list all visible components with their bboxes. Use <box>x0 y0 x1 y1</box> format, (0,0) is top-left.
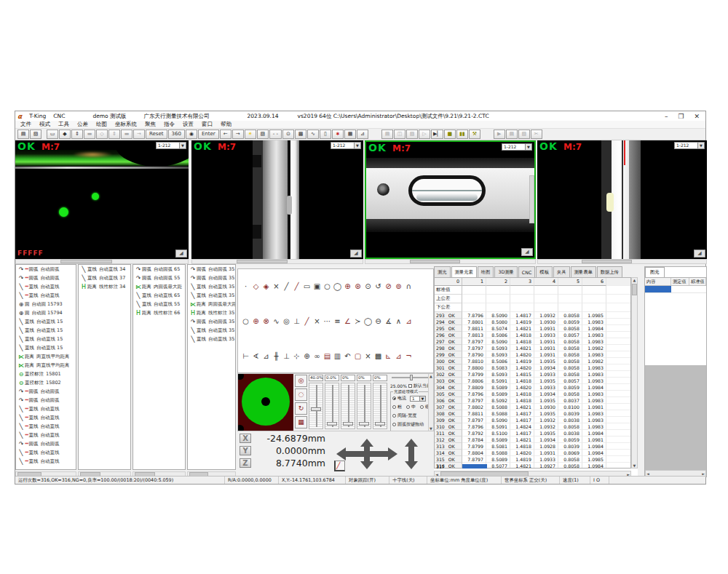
light-slider-2[interactable]: 0.0% <box>325 375 339 430</box>
medium-radio[interactable] <box>406 405 410 409</box>
feature-item[interactable]: ╲直线自动直线 35 <box>188 291 235 300</box>
tool-icon[interactable]: ╱ <box>282 283 291 290</box>
tool-icon[interactable]: ╱ <box>302 318 312 325</box>
light-slider-5[interactable]: 0% <box>373 375 387 430</box>
feature-item[interactable]: ╲***直线自动直线 <box>16 431 76 439</box>
tool-icon[interactable]: ⊿ <box>261 353 271 360</box>
tool-icon[interactable]: ∡ <box>384 318 393 325</box>
feature-item[interactable]: ╲直线自动直线 35 <box>188 282 235 291</box>
tool-icon[interactable]: ⊗ <box>261 318 271 325</box>
table-row[interactable]: 312OK7.87848.50891.48211.09340.80591.098… <box>435 437 630 443</box>
feature-item[interactable]: ↷圆弧自动圆弧 65 <box>133 265 185 274</box>
table-row[interactable]: 304OK7.88098.50891.48201.09330.80591.098… <box>435 384 630 391</box>
zoom-select[interactable]: 1-212 ▼ <box>156 142 186 149</box>
tool-icon[interactable]: ∞ <box>312 353 322 360</box>
pause-button[interactable]: ▮▮ <box>456 129 468 139</box>
camera-view-3-active[interactable]: OK M:7 1-212 ▼ ◢ <box>365 140 536 259</box>
table-row[interactable]: 295OK7.88118.50741.48211.09310.80581.098… <box>435 325 630 332</box>
zoom-select[interactable]: 1-212 ▼ <box>674 142 705 149</box>
tool-icon[interactable]: ⊾ <box>384 353 393 360</box>
tool-icon[interactable]: ▭ <box>302 283 312 290</box>
tool-icon[interactable]: ⊿ <box>404 318 414 325</box>
tab-测量元素[interactable]: 测量元素 <box>451 266 477 277</box>
feature-item[interactable]: ╲直线自动直线 34 <box>79 265 130 274</box>
feature-item[interactable]: ╲直线自动直线 15 <box>16 317 76 326</box>
feature-item[interactable]: ╲直线自动直线 15 <box>16 335 76 343</box>
feature-item[interactable]: ⊕圆自动圆 15794 <box>16 308 76 317</box>
partial-row-317[interactable]: 317 <box>434 464 631 469</box>
slider-track[interactable] <box>309 383 323 429</box>
menu-item-文件[interactable]: 文件 <box>20 121 31 128</box>
tool-icon[interactable]: ∢ <box>251 353 261 360</box>
probe-button[interactable]: ◆ <box>59 129 71 139</box>
special-row[interactable]: 标准值 <box>435 286 630 295</box>
chevron-down-icon[interactable]: ▼ <box>526 143 532 151</box>
tool-icon[interactable]: ¬ <box>404 353 414 360</box>
feature-item[interactable]: ╲***直线自动直线 <box>16 291 76 300</box>
pattern-blank-button[interactable]: ▯ <box>320 129 331 139</box>
default-mode-checkbox[interactable] <box>408 384 412 388</box>
tab-绘图[interactable]: 绘图 <box>478 266 494 277</box>
stop-button[interactable]: ■ <box>444 129 456 139</box>
light-slider-4[interactable]: 0% <box>357 375 371 430</box>
tab-模板[interactable]: 模板 <box>536 266 553 277</box>
tab-夹具[interactable]: 夹具 <box>553 266 570 277</box>
tool-icon[interactable]: ↺ <box>373 283 383 290</box>
feature-item[interactable]: ╲直线自动直线 37 <box>79 274 130 282</box>
tool-icon[interactable]: ◎ <box>282 318 291 325</box>
table-row[interactable]: 301OK7.88008.50831.48201.09340.80581.098… <box>435 364 630 371</box>
tool-icon[interactable]: ▢ <box>353 353 363 360</box>
channel-select[interactable]: 1 ▼ <box>410 396 426 402</box>
tool-icon[interactable]: ⊹ <box>292 353 301 360</box>
feature-item[interactable]: ⊕圆自动圆 15793 <box>16 300 76 308</box>
tool-icon[interactable]: ≻ <box>353 318 363 325</box>
menu-item-聚焦[interactable]: 聚焦 <box>145 121 156 128</box>
tool-run-button[interactable]: ⚒ <box>469 129 480 139</box>
menu-item-帮助[interactable]: 帮助 <box>221 121 232 128</box>
tool-icon[interactable]: ⋯ <box>323 318 332 325</box>
menu-item-公差[interactable]: 公差 <box>77 121 88 128</box>
tool-icon[interactable]: ∿ <box>272 318 281 325</box>
menu-item-窗口[interactable]: 窗口 <box>202 121 213 128</box>
slider-track[interactable] <box>357 383 371 429</box>
special-row[interactable]: 下公差 <box>435 303 630 312</box>
move-stage-button[interactable]: → <box>133 129 145 139</box>
reset-button[interactable]: Reset <box>146 129 167 139</box>
slider-track[interactable] <box>373 383 387 429</box>
tool-icon[interactable]: · <box>241 283 250 290</box>
joystick-config-button[interactable]: ◉ <box>186 129 197 139</box>
table-row[interactable]: 307OK7.88028.50881.48211.09300.81001.098… <box>435 404 630 410</box>
feature-item[interactable]: ↷***圆弧自动圆弧 <box>16 274 76 282</box>
feature-item[interactable]: ╲直线自动直线 35 <box>188 326 235 335</box>
slider-thumb[interactable] <box>359 422 369 426</box>
dotted-ring-button[interactable]: ◌ <box>295 388 307 401</box>
chart-button[interactable]: ⊿ <box>357 129 368 139</box>
tool-icon[interactable]: ◇ <box>251 283 261 290</box>
tool-icon[interactable]: ▥ <box>333 353 342 360</box>
tool-icon[interactable]: ⊛ <box>353 283 363 290</box>
table-row[interactable]: 313OK7.87998.50811.48181.09280.80391.098… <box>435 443 630 450</box>
z-level-button[interactable]: ╱ <box>334 461 345 471</box>
rotate-360-button[interactable]: 360 <box>168 129 185 139</box>
feature-item[interactable]: ╲***直线自动直线 <box>16 422 76 431</box>
table-row[interactable]: 298OK7.87978.50931.48211.09310.80581.098… <box>435 345 630 351</box>
frame-tool-button[interactable]: ▭ <box>47 129 58 139</box>
calibrate-star-button[interactable]: ∗ <box>332 129 344 139</box>
chevron-down-icon[interactable]: ▼ <box>355 142 361 149</box>
z-column-button[interactable]: ⇕ <box>71 129 83 139</box>
close-button[interactable]: ✕ <box>694 113 700 120</box>
tool-icon[interactable]: ⊥ <box>292 318 301 325</box>
pattern-wave-button[interactable]: ∿ <box>307 129 319 139</box>
fine-radio[interactable] <box>420 405 424 409</box>
table-row[interactable]: 302OK7.87998.50931.48151.09330.80581.098… <box>435 371 630 378</box>
tool-icon[interactable]: × <box>272 283 281 290</box>
open-report-button[interactable]: ▧ <box>518 129 530 139</box>
chevron-down-icon[interactable]: ▼ <box>180 142 186 149</box>
tool-icon[interactable]: × <box>312 318 322 325</box>
tool-icon[interactable]: ▩ <box>373 353 383 360</box>
feature-item[interactable]: ╲***直线自动直线 <box>16 404 76 413</box>
minimize-button[interactable]: – <box>665 113 668 120</box>
light-slider-3[interactable]: 0% <box>341 375 355 430</box>
feature-item[interactable]: ↷***圆弧自动圆弧 <box>16 265 76 274</box>
feature-item[interactable]: ╲直线自动直线 55 <box>133 300 185 308</box>
